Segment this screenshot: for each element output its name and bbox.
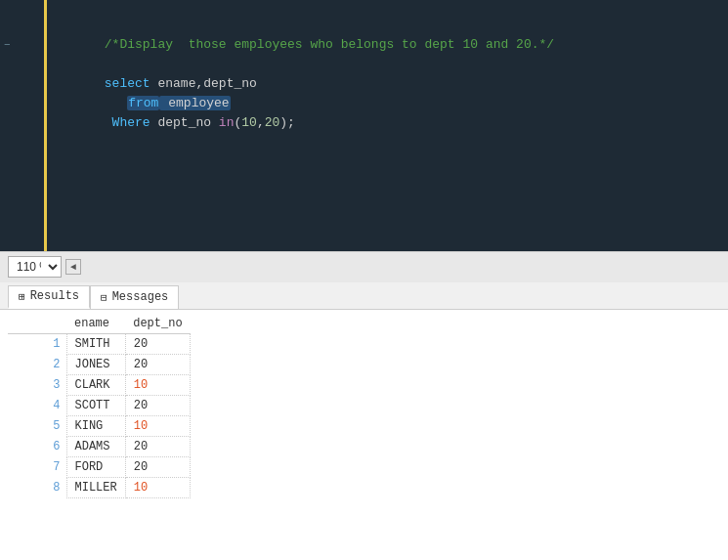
line-gutter: − — [0, 0, 47, 251]
results-tabs: ⊞ Results ⊟ Messages — [0, 282, 728, 310]
table-row: 6ADAMS20 — [8, 436, 191, 456]
cell-ename: FORD — [66, 456, 125, 477]
cell-ename: KING — [66, 415, 125, 436]
row-number: 5 — [8, 415, 66, 436]
cell-ename: ADAMS — [66, 436, 125, 456]
cell-ename: JONES — [66, 354, 125, 374]
row-number: 4 — [8, 395, 66, 415]
results-panel: ename dept_no 1SMITH202JONES203CLARK104S… — [0, 310, 728, 561]
row-number: 2 — [8, 354, 66, 374]
cell-deptno: 20 — [125, 395, 190, 415]
row-number: 3 — [8, 374, 66, 395]
table-row: 7FORD20 — [8, 456, 191, 477]
cell-ename: SMITH — [66, 333, 125, 354]
results-table: ename dept_no 1SMITH202JONES203CLARK104S… — [8, 314, 191, 498]
table-row: 3CLARK10 — [8, 374, 191, 395]
table-row: 1SMITH20 — [8, 333, 191, 354]
table-header-row: ename dept_no — [8, 314, 191, 334]
scroll-left-button[interactable]: ◄ — [65, 259, 81, 275]
gutter-line-2: − — [0, 35, 44, 55]
cell-deptno: 10 — [125, 374, 190, 395]
zoom-select[interactable]: 110 % 100 % 90 % 75 % — [8, 256, 62, 278]
cell-deptno: 20 — [125, 436, 190, 456]
row-number: 8 — [8, 477, 66, 497]
col-rownum-header — [8, 314, 66, 334]
table-row: 8MILLER10 — [8, 477, 191, 497]
messages-icon: ⊟ — [101, 291, 107, 304]
cell-ename: CLARK — [66, 374, 125, 395]
col-deptno-header: dept_no — [125, 314, 190, 334]
row-number: 7 — [8, 456, 66, 477]
cell-deptno: 10 — [125, 477, 190, 497]
gutter-line-1 — [0, 16, 44, 35]
gutter-line-4 — [0, 74, 44, 94]
table-row: 5KING10 — [8, 415, 191, 436]
cell-ename: MILLER — [66, 477, 125, 497]
results-icon: ⊞ — [19, 290, 25, 303]
toolbar: 110 % 100 % 90 % 75 % ◄ — [0, 251, 728, 282]
table-row: 2JONES20 — [8, 354, 191, 374]
cell-deptno: 20 — [125, 333, 190, 354]
collapse-icon[interactable]: − — [4, 39, 11, 51]
code-editor[interactable]: /*Display those employees who belongs to… — [47, 0, 728, 251]
cell-deptno: 10 — [125, 415, 190, 436]
row-number: 6 — [8, 436, 66, 456]
cell-ename: SCOTT — [66, 395, 125, 415]
table-row: 4SCOTT20 — [8, 395, 191, 415]
tab-messages[interactable]: ⊟ Messages — [90, 285, 179, 309]
results-tbody: 1SMITH202JONES203CLARK104SCOTT205KING106… — [8, 333, 191, 497]
col-ename-header: ename — [66, 314, 125, 334]
tab-results-label: Results — [30, 289, 79, 303]
code-line-select: select ename,dept_no — [59, 55, 716, 74]
tab-messages-label: Messages — [112, 290, 169, 304]
gutter-line-3 — [0, 55, 44, 74]
code-line-comment: /*Display those employees who belongs to… — [59, 16, 716, 35]
tab-results[interactable]: ⊞ Results — [8, 285, 90, 309]
cell-deptno: 20 — [125, 456, 190, 477]
row-number: 1 — [8, 333, 66, 354]
cell-deptno: 20 — [125, 354, 190, 374]
editor-area: − /*Display those employees who belongs … — [0, 0, 728, 251]
